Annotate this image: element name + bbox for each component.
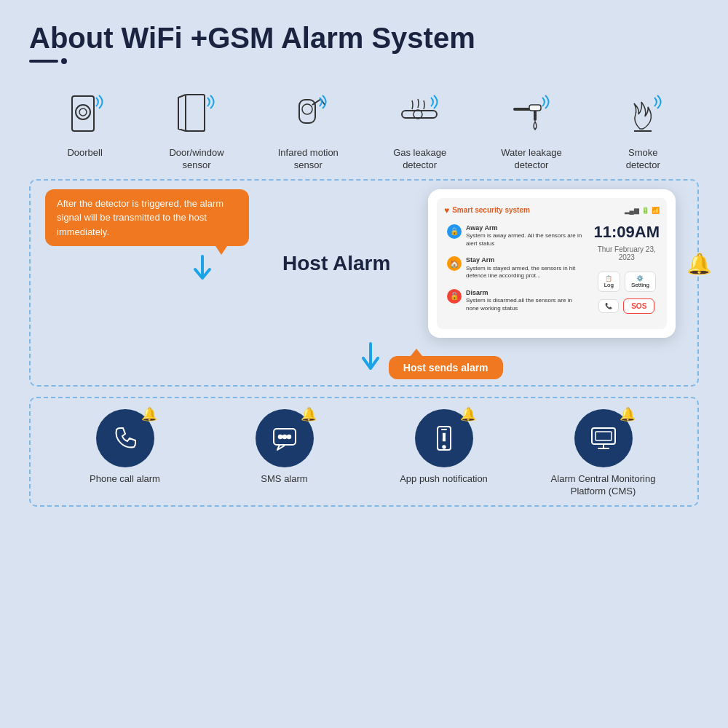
phone-bell-badge: 🔔 (141, 406, 157, 422)
svg-rect-5 (299, 100, 315, 123)
bottom-icon-app: 🔔 ! App push notification (386, 409, 502, 486)
arrow-host-section: Host sends alarm (45, 342, 683, 379)
cms-label: Alarm Central MonitoringPlatform (CMS) (551, 473, 656, 498)
host-alarm-label: Host Alarm (282, 252, 414, 275)
door-label: Door/windowsensor (169, 147, 223, 172)
phone-icon (111, 424, 140, 453)
device-right-panel: 11:09AM Thur February 23, 2023 📋 Log (594, 221, 660, 315)
water-icon (507, 89, 555, 136)
bottom-icon-sms: 🔔 SMS alarm (226, 409, 343, 486)
icon-item-gas: Gas leakagedetector (373, 83, 467, 172)
device-main: 🔒 Away Arm System is away armed. All the… (444, 221, 660, 315)
app-label: App push notification (400, 473, 488, 486)
speech-bubble: After the detector is triggered, the ala… (45, 189, 249, 247)
app-circle-icon: 🔔 ! (415, 409, 473, 467)
middle-column: Host Alarm 🔔 ♥ Smart security syste (275, 189, 683, 338)
phone-circle-icon: 🔔 (96, 409, 154, 467)
top-icons-row: Doorbell Door/windowsensor (29, 83, 699, 172)
smoke-icon (620, 89, 667, 136)
alert-bell-icon: 🔔 (687, 251, 712, 275)
device-frame: ♥ Smart security system ▂▄▆ 🔋 📶 (428, 189, 676, 338)
call-icon: 📞 (605, 303, 612, 309)
signal-bars-icon: ▂▄▆ (625, 207, 639, 214)
sms-bell-badge: 🔔 (301, 406, 317, 422)
cms-circle-icon: 🔔 (574, 409, 633, 467)
dashed-section: After the detector is triggered, the ala… (29, 179, 699, 387)
device-inner: ♥ Smart security system ▂▄▆ 🔋 📶 (437, 198, 667, 329)
away-arm-text: Away Arm System is away armed. All the s… (466, 224, 585, 248)
device-action-row: 📞 SOS (598, 298, 654, 314)
svg-point-14 (279, 435, 282, 438)
monitor-icon (589, 424, 618, 453)
svg-rect-11 (529, 105, 541, 111)
disarm-text: Disarm System is disarmed.all the sensor… (466, 289, 585, 312)
svg-point-15 (283, 435, 286, 438)
device-logo: ♥ Smart security system (444, 205, 530, 215)
bottom-icon-cms: 🔔 Alarm Central MonitoringPlatform (CMS) (545, 409, 662, 498)
svg-point-2 (79, 108, 87, 116)
device-brand: Smart security system (452, 206, 530, 214)
doorbell-label: Doorbell (67, 147, 102, 159)
away-arm-icon: 🔒 (447, 224, 462, 239)
svg-rect-24 (596, 432, 612, 440)
disarm-icon: 🔓 (447, 289, 462, 304)
gas-icon (396, 89, 443, 136)
host-bubble: Host sends alarm (389, 356, 503, 379)
motion-icon (285, 89, 332, 136)
sms-circle-icon: 🔔 (256, 409, 314, 467)
log-icon: 📋 (605, 275, 612, 282)
app-bell-badge: 🔔 (460, 406, 476, 422)
icon-item-water: Water leakagedetector (484, 83, 579, 172)
svg-text:!: ! (443, 432, 446, 443)
svg-rect-7 (402, 111, 437, 118)
device-left-panel: 🔒 Away Arm System is away armed. All the… (444, 221, 588, 315)
setting-btn[interactable]: ⚙️ Setting (625, 272, 656, 292)
underline-dot (61, 58, 67, 64)
arrow-down-icon-1 (188, 253, 217, 282)
water-label: Water leakagedetector (501, 147, 561, 172)
app-icon: ! (430, 424, 459, 453)
door-icon-box (167, 83, 226, 141)
title-section: About WiFi +GSM Alarm System (29, 22, 699, 64)
svg-point-1 (76, 105, 90, 119)
sms-label: SMS alarm (261, 473, 307, 486)
device-signals: ▂▄▆ 🔋 📶 (625, 207, 660, 214)
left-column: After the detector is triggered, the ala… (45, 189, 261, 285)
title-underline (29, 58, 699, 64)
stay-arm-text: Stay Arm System is stayed armed, the sen… (466, 256, 585, 280)
battery-icon: 🔋 (641, 207, 649, 214)
icon-item-motion: Infared motionsensor (261, 83, 355, 172)
call-btn[interactable]: 📞 (598, 299, 619, 313)
main-title: About WiFi +GSM Alarm System (29, 22, 699, 54)
doorbell-icon-box (56, 83, 114, 141)
motion-label: Infared motionsensor (278, 147, 339, 172)
water-icon-box (502, 83, 561, 141)
arrow-down-1 (45, 253, 217, 282)
sos-btn[interactable]: SOS (623, 298, 654, 314)
away-arm-row: 🔒 Away Arm System is away armed. All the… (444, 221, 588, 250)
svg-point-16 (288, 435, 290, 438)
device-header: ♥ Smart security system ▂▄▆ 🔋 📶 (444, 205, 660, 215)
sms-icon (270, 424, 299, 453)
underline-dash (29, 60, 58, 63)
bottom-icons-row: 🔔 Phone call alarm 🔔 (45, 409, 683, 498)
disarm-row: 🔓 Disarm System is disarmed.all the sens… (444, 286, 588, 315)
detector-trigger-row: After the detector is triggered, the ala… (45, 189, 683, 338)
bottom-section: 🔔 Phone call alarm 🔔 (29, 397, 699, 507)
icon-item-smoke: Smokedetector (596, 83, 690, 172)
device-btn-row: 📋 Log ⚙️ Setting (598, 272, 656, 292)
gas-icon-box (391, 83, 449, 141)
arrow-down-icon-2 (356, 342, 385, 371)
icon-item-door: Door/windowsensor (149, 83, 244, 172)
svg-point-19 (443, 446, 445, 448)
wifi-icon: 📶 (652, 207, 660, 214)
icon-item-doorbell: Doorbell (38, 83, 132, 159)
bottom-icon-phone: 🔔 Phone call alarm (67, 409, 183, 486)
device-date: Thur February 23, 2023 (594, 245, 660, 261)
smoke-icon-box (614, 83, 672, 141)
log-btn[interactable]: 📋 Log (598, 272, 620, 292)
device-time: 11:09AM (594, 223, 660, 242)
arrow-wrapper: Host sends alarm (356, 342, 502, 379)
doorbell-icon (61, 89, 108, 136)
door-icon (173, 89, 220, 136)
